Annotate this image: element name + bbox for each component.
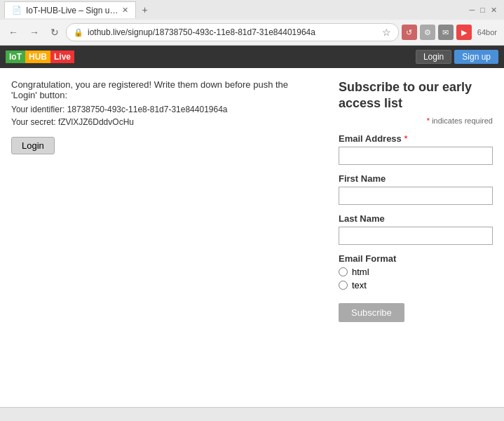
browser-chrome: 📄 IoT-HUB-Live – Sign u… ✕ + ─ □ ✕ ← → ↻… [0, 0, 504, 46]
email-format-label: Email Format [339, 253, 493, 264]
nav-bar: ← → ↻ 🔒 iothub.live/signup/18738750-493c… [0, 20, 504, 45]
status-bar [0, 407, 504, 421]
extension-btn-2[interactable]: ✉ [438, 25, 454, 40]
logo-live: Live [50, 51, 74, 63]
first-name-input[interactable] [339, 187, 493, 205]
back-button[interactable]: ← [4, 24, 22, 41]
text-radio[interactable] [339, 281, 348, 290]
required-note: * indicates required [339, 116, 493, 125]
secret-row: Your secret: fZVlXJZ6DddvOcHu [11, 117, 311, 127]
subscribe-panel: Subscribe to our early access list * ind… [339, 79, 493, 322]
required-star: * [427, 116, 430, 125]
extension-label: 64bor [475, 24, 500, 41]
forward-button[interactable]: → [25, 24, 43, 41]
secret-value: fZVlXJZ6DddvOcHu [58, 117, 134, 127]
last-name-input[interactable] [339, 227, 493, 245]
extension-btn-3[interactable]: ▶ [456, 25, 472, 40]
extension-btn-1[interactable]: ⚙ [420, 25, 435, 40]
subscribe-button[interactable]: Subscribe [339, 303, 404, 322]
email-address-label: Email Address * [339, 133, 493, 144]
minimize-button[interactable]: ─ [467, 4, 478, 15]
email-address-group: Email Address * [339, 133, 493, 165]
browser-actions: ↺ ⚙ ✉ ▶ 64bor [402, 24, 500, 41]
first-name-label: First Name [339, 173, 493, 184]
main-content: Congratulation, you are registered! Writ… [0, 68, 504, 333]
last-name-group: Last Name [339, 213, 493, 245]
login-button[interactable]: Login [11, 137, 55, 154]
close-window-button[interactable]: ✕ [488, 4, 500, 16]
html-label: html [352, 267, 369, 277]
logo-hub: HUB [25, 51, 50, 63]
html-radio[interactable] [339, 267, 348, 276]
required-note-text: indicates required [432, 116, 493, 125]
maximize-button[interactable]: □ [477, 4, 488, 15]
left-panel: Congratulation, you are registered! Writ… [11, 79, 311, 322]
tab-close-icon[interactable]: ✕ [122, 6, 128, 15]
secret-label: Your secret: [11, 117, 56, 127]
identifier-label: Your identifier: [11, 105, 64, 114]
refresh-button[interactable]: ↻ [46, 24, 63, 41]
app-header: IoT HUB Live Login Sign up [0, 46, 504, 68]
email-format-group: Email Format html text [339, 253, 493, 290]
text-label: text [352, 280, 367, 290]
last-name-label: Last Name [339, 213, 493, 224]
tab-title: IoT-HUB-Live – Sign u… [26, 6, 118, 15]
identifier-row: Your identifier: 18738750-493c-11e8-81d7… [11, 105, 311, 114]
address-text: iothub.live/signup/18738750-493c-11e8-81… [88, 27, 378, 37]
address-bar[interactable]: 🔒 iothub.live/signup/18738750-493c-11e8-… [66, 23, 399, 41]
congratulations-message: Congratulation, you are registered! Writ… [11, 79, 311, 100]
email-required-star: * [404, 133, 407, 144]
first-name-group: First Name [339, 173, 493, 205]
logo-iot: IoT [6, 51, 25, 63]
lock-icon: 🔒 [74, 28, 83, 37]
text-option: text [339, 280, 493, 290]
radio-group: html text [339, 267, 493, 290]
signup-nav-button[interactable]: Sign up [454, 50, 498, 64]
identifier-value: 18738750-493c-11e8-81d7-31e84401964a [67, 105, 228, 114]
extension-reload-btn[interactable]: ↺ [402, 25, 417, 40]
browser-tab[interactable]: 📄 IoT-HUB-Live – Sign u… ✕ [4, 1, 136, 18]
email-address-input[interactable] [339, 147, 493, 165]
html-option: html [339, 267, 493, 277]
subscribe-title: Subscribe to our early access list [339, 79, 493, 112]
login-nav-button[interactable]: Login [416, 50, 451, 64]
bookmark-icon[interactable]: ☆ [382, 27, 391, 38]
title-bar: 📄 IoT-HUB-Live – Sign u… ✕ + ─ □ ✕ [0, 0, 504, 20]
new-tab-button[interactable]: + [136, 1, 153, 18]
